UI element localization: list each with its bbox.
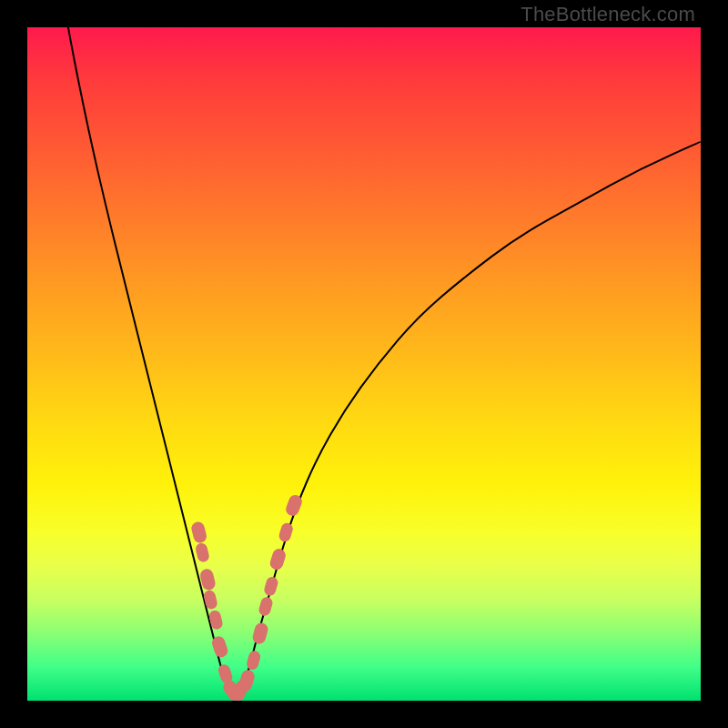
data-marker <box>190 521 208 544</box>
data-marker <box>195 542 210 563</box>
data-marker <box>263 575 279 597</box>
data-marker <box>251 622 269 645</box>
data-marker <box>268 547 288 571</box>
watermark-text: TheBottleneck.com <box>521 3 695 26</box>
chart-frame: TheBottleneck.com <box>0 0 728 728</box>
data-marker <box>258 596 274 618</box>
data-markers <box>190 493 304 703</box>
data-marker <box>203 589 218 610</box>
curve-svg <box>27 27 701 701</box>
data-marker <box>246 650 262 671</box>
bottleneck-curve <box>27 0 701 693</box>
plot-area <box>27 27 701 701</box>
data-marker <box>278 521 294 543</box>
